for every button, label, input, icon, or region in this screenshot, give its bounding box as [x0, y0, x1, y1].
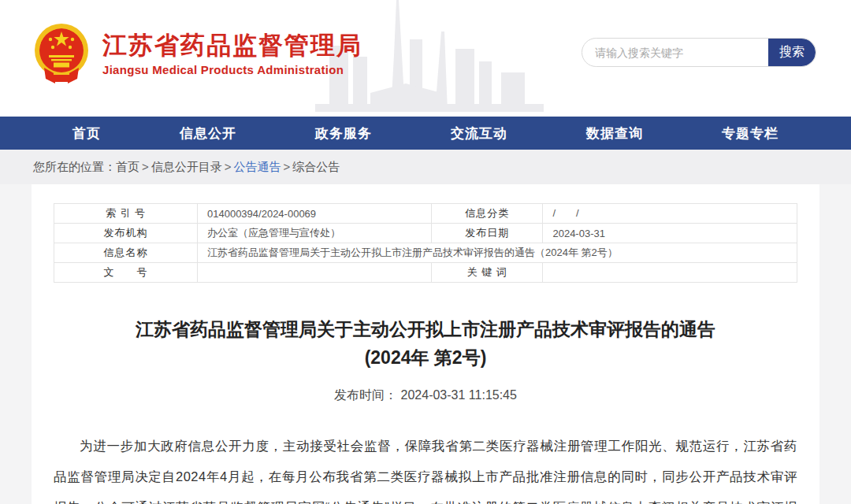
nav-item-0[interactable]: 首页 [72, 124, 101, 143]
info-value: 江苏省药品监督管理局关于主动公开拟上市注册产品技术审评报告的通告（2024年 第… [197, 243, 797, 263]
info-label: 发布机构 [54, 224, 198, 243]
breadcrumb-separator: > [225, 160, 232, 173]
info-value: / / [543, 204, 797, 224]
breadcrumb-separator: > [142, 160, 149, 173]
search-button[interactable]: 搜索 [768, 39, 816, 66]
info-table-row-0: 索 引 号014000394/2024-00069信息分类/ / [54, 204, 797, 224]
info-label: 发布日期 [432, 224, 543, 243]
breadcrumb-item-2[interactable]: 公告通告 [234, 160, 281, 173]
nav-item-5[interactable]: 专题专栏 [722, 124, 779, 143]
info-label: 文 号 [54, 263, 198, 283]
info-label: 索 引 号 [54, 204, 198, 224]
breadcrumb-prefix: 您所在的位置： [33, 160, 116, 175]
article-paragraph: 为进一步加大政府信息公开力度，主动接受社会监督，保障我省第二类医疗器械注册管理工… [54, 431, 797, 504]
info-label: 关 键 词 [432, 263, 543, 283]
info-label: 信息名称 [54, 243, 198, 263]
national-emblem-logo [32, 22, 91, 85]
info-value: 2024-03-31 [543, 224, 797, 243]
info-value [197, 263, 431, 283]
breadcrumb-item-1[interactable]: 信息公开目录 [151, 160, 222, 173]
site-title-cn: 江苏省药品监督管理局 [102, 31, 362, 60]
article-title-line2: (2024年 第2号) [54, 344, 797, 372]
info-value: 014000394/2024-00069 [197, 204, 431, 224]
site-title-en: Jiangsu Medical Products Administration [102, 63, 362, 76]
breadcrumb-separator: > [284, 160, 291, 173]
nav-item-2[interactable]: 政务服务 [315, 124, 372, 143]
content-area: 索 引 号014000394/2024-00069信息分类/ /发布机构办公室（… [0, 184, 851, 504]
info-table-row-2: 信息名称江苏省药品监督管理局关于主动公开拟上市注册产品技术审评报告的通告（202… [54, 243, 797, 263]
publish-time-line: 发布时间： 2024-03-31 11:15:45 [54, 387, 797, 404]
info-table-row-3: 文 号关 键 词 [54, 263, 797, 283]
nav-item-3[interactable]: 交流互动 [451, 124, 507, 143]
nav-item-1[interactable]: 信息公开 [180, 124, 236, 143]
publish-time-label: 发布时间： [334, 388, 397, 402]
publish-time-value: 2024-03-31 11:15:45 [401, 388, 517, 402]
breadcrumb: 您所在的位置： 首页>信息公开目录>公告通告>综合公告 [0, 150, 851, 184]
info-value: 办公室（应急管理与宣传处） [197, 224, 431, 243]
brand-block: 江苏省药品监督管理局 Jiangsu Medical Products Admi… [32, 22, 362, 85]
breadcrumb-item-0[interactable]: 首页 [116, 160, 139, 173]
search-box: 搜索 [582, 38, 816, 67]
nav-item-4[interactable]: 数据查询 [586, 124, 643, 143]
article-card: 索 引 号014000394/2024-00069信息分类/ /发布机构办公室（… [32, 184, 819, 504]
main-nav: 首页信息公开政务服务交流互动数据查询专题专栏 [0, 117, 851, 150]
info-value [543, 263, 797, 283]
info-label: 信息分类 [432, 204, 543, 224]
article-title-line1: 江苏省药品监督管理局关于主动公开拟上市注册产品技术审评报告的通告 [54, 316, 797, 344]
info-table-row-1: 发布机构办公室（应急管理与宣传处）发布日期2024-03-31 [54, 224, 797, 243]
site-header: 江苏省药品监督管理局 Jiangsu Medical Products Admi… [0, 0, 851, 117]
breadcrumb-item-3[interactable]: 综合公告 [292, 160, 340, 173]
info-table: 索 引 号014000394/2024-00069信息分类/ /发布机构办公室（… [54, 203, 797, 283]
search-input[interactable] [582, 39, 768, 66]
article-title: 江苏省药品监督管理局关于主动公开拟上市注册产品技术审评报告的通告 (2024年 … [54, 316, 797, 372]
